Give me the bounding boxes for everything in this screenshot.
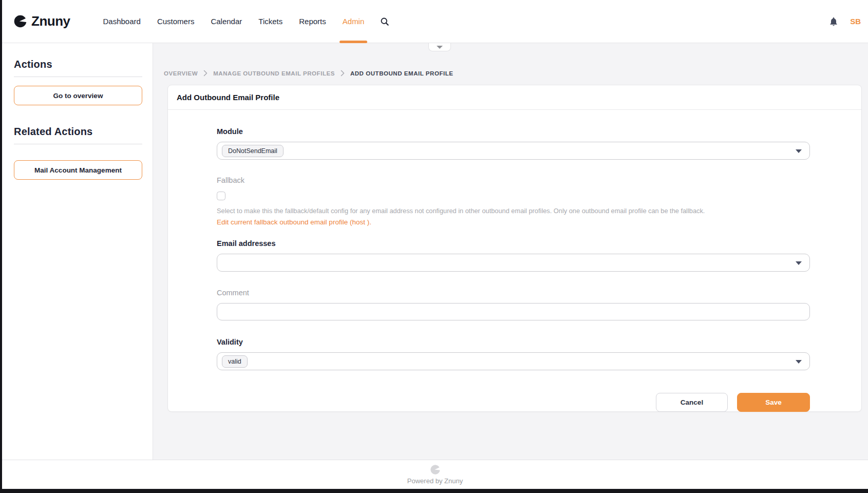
chevron-down-icon: [796, 261, 802, 265]
znuny-footer-logo-icon: [430, 464, 441, 475]
module-selected-chip[interactable]: DoNotSendEmail: [222, 145, 284, 157]
znuny-logo-icon: [13, 14, 27, 28]
validity-label: Validity: [217, 338, 810, 346]
nav-item-dashboard[interactable]: Dashboard: [95, 0, 149, 43]
module-label: Module: [217, 127, 810, 136]
fallback-help-text: Select to make this the fallback/default…: [217, 207, 810, 215]
email-addresses-label: Email addresses: [217, 239, 810, 248]
breadcrumb-add-outbound-email-profile: ADD OUTBOUND EMAIL PROFILE: [350, 70, 454, 77]
user-avatar[interactable]: SB: [850, 17, 861, 26]
nav-label: Calendar: [211, 17, 242, 26]
znuny-logo[interactable]: Znuny: [13, 13, 70, 29]
validity-selected-chip[interactable]: valid: [222, 355, 248, 368]
chevron-down-icon: [796, 149, 802, 153]
chevron-right-icon: [341, 70, 345, 77]
chevron-down-icon: [437, 46, 443, 49]
sidebar-actions-title: Actions: [14, 59, 153, 70]
header-collapse-toggle[interactable]: [428, 43, 451, 51]
sidebar-related-actions-title: Related Actions: [14, 126, 153, 138]
bell-icon: [828, 16, 839, 27]
comment-label: Comment: [217, 289, 810, 297]
chevron-down-icon: [796, 360, 802, 364]
comment-input[interactable]: [217, 303, 810, 320]
nav-item-customers[interactable]: Customers: [149, 0, 203, 43]
nav-item-tickets[interactable]: Tickets: [250, 0, 291, 43]
divider: [14, 144, 142, 144]
save-button[interactable]: Save: [737, 393, 810, 412]
nav-item-admin[interactable]: Admin: [334, 0, 373, 43]
module-select[interactable]: DoNotSendEmail: [217, 142, 810, 160]
divider: [14, 77, 142, 77]
search-icon: [380, 16, 390, 27]
header-right-controls: SB: [828, 16, 861, 27]
form-actions: Cancel Save: [217, 393, 810, 412]
notifications-button[interactable]: [828, 16, 839, 27]
page-footer: Powered by Znuny: [2, 460, 868, 489]
nav-label: Tickets: [258, 17, 282, 26]
active-tab-underline: [339, 41, 368, 43]
validity-select[interactable]: valid: [217, 352, 810, 370]
nav-label: Dashboard: [103, 17, 141, 26]
chevron-right-icon: [203, 70, 207, 77]
mail-account-management-button[interactable]: Mail Account Management: [14, 160, 142, 180]
main-nav: Dashboard Customers Calendar Tickets Rep…: [95, 0, 390, 43]
nav-item-reports[interactable]: Reports: [291, 0, 334, 43]
cancel-button[interactable]: Cancel: [656, 393, 728, 412]
window-edge-bottom: [0, 489, 868, 493]
add-outbound-email-profile-card: Add Outbound Email Profile Module DoNotS…: [167, 85, 862, 412]
nav-label: Customers: [157, 17, 195, 26]
search-button[interactable]: [380, 16, 390, 27]
card-title: Add Outbound Email Profile: [168, 85, 861, 110]
znuny-admin-screen: Znuny Dashboard Customers Calendar Ticke…: [0, 0, 868, 493]
fallback-checkbox[interactable]: [217, 192, 225, 200]
powered-by-text: Powered by Znuny: [407, 477, 463, 485]
breadcrumb: OVERVIEW MANAGE OUTBOUND EMAIL PROFILES …: [164, 70, 454, 77]
breadcrumb-overview[interactable]: OVERVIEW: [164, 70, 198, 77]
fallback-label: Fallback: [217, 176, 810, 184]
nav-label: Admin: [343, 17, 365, 26]
email-addresses-select[interactable]: [217, 254, 810, 272]
sidebar: Actions Go to overview Related Actions M…: [2, 43, 153, 460]
window-edge-left: [0, 0, 2, 493]
brand-name: Znuny: [31, 13, 70, 29]
main-content-area: OVERVIEW MANAGE OUTBOUND EMAIL PROFILES …: [153, 43, 868, 460]
nav-label: Reports: [299, 17, 326, 26]
breadcrumb-manage-outbound-email-profiles[interactable]: MANAGE OUTBOUND EMAIL PROFILES: [213, 70, 335, 77]
edit-fallback-profile-link[interactable]: Edit current fallback outbound email pro…: [217, 218, 371, 226]
nav-item-calendar[interactable]: Calendar: [202, 0, 250, 43]
go-to-overview-button[interactable]: Go to overview: [14, 86, 142, 105]
sidebar-section-related-actions: Related Actions Mail Account Management: [14, 126, 153, 180]
card-body: Module DoNotSendEmail Fallback Select to…: [168, 110, 861, 412]
top-navigation-bar: Znuny Dashboard Customers Calendar Ticke…: [2, 0, 868, 43]
sidebar-section-actions: Actions Go to overview: [14, 59, 153, 105]
